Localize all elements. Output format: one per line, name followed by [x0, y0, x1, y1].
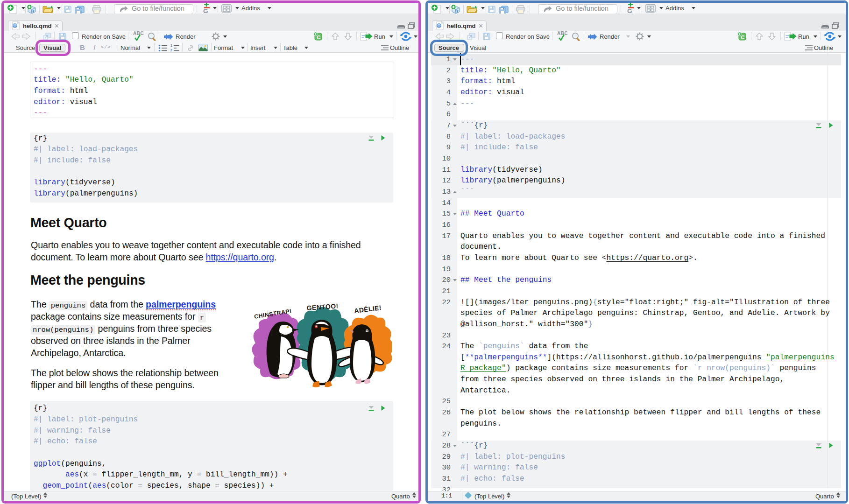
svg-text:R: R [455, 9, 459, 14]
svg-text:R: R [31, 9, 35, 14]
svg-text:ABC: ABC [557, 31, 568, 36]
svg-text:1: 1 [170, 44, 172, 47]
svg-text:2: 2 [170, 49, 172, 52]
svg-text:C: C [741, 35, 745, 40]
svg-text:C: C [317, 35, 321, 40]
svg-text:ADÉLIE!: ADÉLIE! [354, 304, 382, 315]
svg-text:G: G [203, 7, 208, 14]
svg-text:G: G [627, 7, 632, 14]
svg-text:ABC: ABC [133, 31, 144, 36]
